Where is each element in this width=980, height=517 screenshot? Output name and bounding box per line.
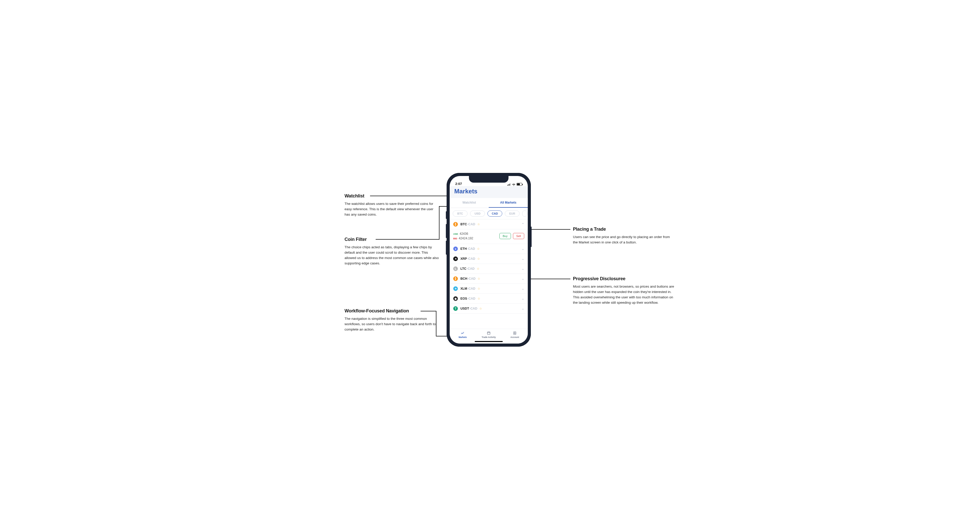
star-icon[interactable]: ☆: [477, 267, 479, 271]
nav-account[interactable]: Account: [502, 329, 528, 340]
market-row[interactable]: ◆EOS-CAD☆⌄: [450, 294, 528, 304]
coin-icon: ✦: [453, 286, 458, 291]
annotation-title: Coin Filter: [345, 237, 439, 242]
diagram-canvas: Watchlist The watchlist allows users to …: [299, 158, 681, 359]
market-row[interactable]: TUSDT-CAD☆⌄: [450, 304, 528, 314]
chart-line-icon: [461, 331, 465, 335]
nav-label: Account: [511, 336, 519, 338]
market-row[interactable]: ₿BCH-CAD☆⌄: [450, 274, 528, 284]
bid-value: 42424.192: [459, 236, 473, 240]
annotation-body: Users can see the price and go directly …: [573, 235, 675, 245]
status-indicators: [508, 183, 522, 186]
calendar-icon: [487, 331, 491, 335]
leader-line: [370, 196, 452, 196]
market-row[interactable]: ✕XRP-CAD☆⌄: [450, 254, 528, 264]
phone-frame: 2:07 Markets Watchlist All Markets BTC U: [447, 173, 531, 346]
bid-label: BID: [453, 237, 457, 240]
ask-label: ASK: [453, 233, 458, 235]
coin-icon: ✕: [453, 257, 458, 261]
annotation-title: Placing a Trade: [573, 227, 675, 232]
phone-side-button: [446, 224, 447, 238]
svg-point-2: [514, 332, 515, 333]
coin-pair-label: XRP-CAD: [460, 257, 475, 260]
coin-pair-label: LTC-CAD: [460, 267, 475, 271]
nav-label: Markets: [458, 336, 467, 338]
annotation-body: The choice chips acted as tabs, displayi…: [345, 245, 439, 266]
nav-label: Trade Activity: [482, 336, 496, 338]
chevron-down-icon: ⌄: [522, 247, 524, 251]
top-tabs: Watchlist All Markets: [450, 198, 528, 208]
coin-icon: ♦: [453, 246, 458, 251]
star-icon[interactable]: ☆: [477, 277, 480, 281]
account-icon: [513, 331, 517, 335]
filter-chip-usd[interactable]: USD: [470, 211, 485, 217]
annotation-title: Progressive Disclosuree: [573, 276, 675, 281]
signal-icon: [508, 183, 511, 186]
page-title: Markets: [454, 188, 523, 195]
nav-trade-activity[interactable]: Trade Activity: [476, 329, 502, 340]
market-row[interactable]: ✦XLM-CAD☆⌄: [450, 284, 528, 294]
svg-rect-0: [487, 332, 490, 334]
filter-chip-cad[interactable]: CAD: [487, 211, 502, 217]
filter-chip-more[interactable]: [522, 211, 527, 217]
leader-line: [375, 239, 439, 239]
coin-pair-label: USDT-CAD: [460, 307, 477, 310]
phone-screen: 2:07 Markets Watchlist All Markets BTC U: [450, 176, 528, 343]
phone-notch: [469, 176, 509, 183]
leader-line: [421, 311, 436, 311]
market-row[interactable]: ŁLTC-CAD☆⌄: [450, 264, 528, 274]
wifi-icon: [512, 183, 515, 186]
phone-side-button: [446, 211, 447, 219]
annotation-progressive-disclosure: Progressive Disclosuree Most users are s…: [573, 276, 675, 305]
ask-value: 42436: [460, 232, 468, 236]
chevron-down-icon: ⌄: [522, 297, 524, 300]
chevron-down-icon: ⌄: [522, 287, 524, 290]
app-header: Markets: [450, 186, 528, 198]
coin-icon: ₿: [453, 276, 458, 281]
coin-icon: ₿: [453, 222, 458, 227]
annotation-body: The watchlist allows users to save their…: [345, 201, 439, 217]
phone-side-button: [531, 227, 531, 247]
status-time: 2:07: [455, 182, 462, 186]
tab-watchlist[interactable]: Watchlist: [450, 198, 489, 207]
coin-pair-label: BTC-CAD: [460, 222, 475, 226]
star-icon[interactable]: ☆: [477, 222, 480, 226]
annotation-placing-trade: Placing a Trade Users can see the price …: [573, 227, 675, 245]
leader-line: [439, 206, 439, 239]
phone-side-button: [446, 241, 447, 255]
star-icon[interactable]: ☆: [479, 307, 482, 310]
leader-line: [436, 311, 436, 336]
buy-button[interactable]: Buy: [500, 233, 511, 239]
coin-icon: Ł: [453, 266, 458, 271]
chevron-up-icon: ⌃: [522, 222, 524, 226]
chevron-down-icon: ⌄: [522, 307, 524, 310]
star-icon[interactable]: ☆: [477, 247, 480, 251]
coin-pair-label: ETH-CAD: [460, 247, 475, 251]
sell-button[interactable]: Sell: [513, 233, 524, 239]
chevron-down-icon: ⌄: [522, 267, 524, 271]
star-icon[interactable]: ☆: [477, 297, 480, 300]
chevron-down-icon: ⌄: [522, 277, 524, 281]
filter-chip-btc[interactable]: BTC: [453, 211, 468, 217]
chevron-down-icon: ⌄: [522, 257, 524, 260]
filter-chip-eur[interactable]: EUR: [505, 211, 520, 217]
star-icon[interactable]: ☆: [477, 287, 480, 290]
annotation-body: Most users are searchers, not browsers, …: [573, 284, 675, 305]
annotation-watchlist: Watchlist The watchlist allows users to …: [345, 193, 439, 217]
star-icon[interactable]: ☆: [477, 257, 480, 260]
coin-pair-label: BCH-CAD: [460, 277, 476, 281]
home-indicator: [475, 341, 503, 342]
market-row[interactable]: ♦ETH-CAD☆⌄: [450, 244, 528, 254]
quote-block: ASK42436BID42424.192: [453, 231, 473, 241]
market-row[interactable]: ₿BTC-CAD☆⌃: [450, 219, 528, 230]
filter-chip-row[interactable]: BTC USD CAD EUR: [450, 208, 528, 219]
annotation-coin-filter: Coin Filter The choice chips acted as ta…: [345, 237, 439, 266]
tab-all-markets[interactable]: All Markets: [489, 198, 528, 207]
nav-markets[interactable]: Markets: [450, 329, 476, 340]
annotation-workflow-nav: Workflow-Focused Navigation The navigati…: [345, 308, 439, 332]
market-rows: ₿BTC-CAD☆⌃ASK42436BID42424.192BuySell♦ET…: [450, 219, 528, 314]
coin-icon: T: [453, 306, 458, 311]
battery-icon: [517, 183, 522, 186]
coin-icon: ◆: [453, 296, 458, 301]
coin-pair-label: EOS-CAD: [460, 297, 476, 300]
